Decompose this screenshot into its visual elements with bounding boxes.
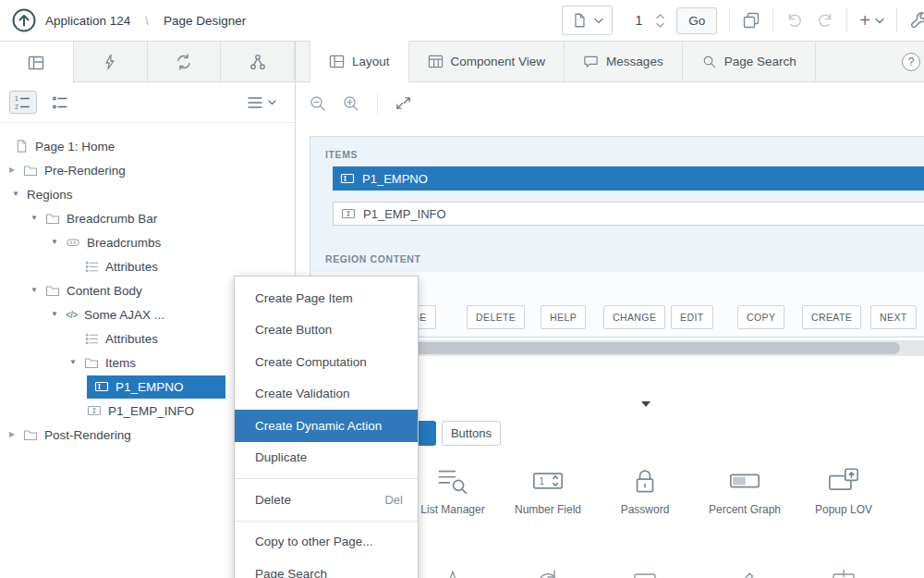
gallery-item-number-field[interactable]: 1 Number Field — [500, 465, 596, 516]
undo-icon[interactable] — [785, 11, 804, 30]
tree-group-button[interactable] — [46, 91, 74, 114]
folder-icon — [23, 428, 38, 441]
header-divider — [846, 8, 847, 32]
layout-grid-icon — [329, 54, 345, 69]
zoom-out-icon[interactable] — [309, 94, 327, 113]
menu-separator — [235, 521, 418, 522]
text-field-item-icon — [340, 171, 355, 186]
menu-item-create-button[interactable]: Create Button — [235, 314, 418, 347]
breadcrumb-separator: \ — [145, 14, 149, 28]
breadcrumb-app-label[interactable]: Application 124 — [45, 14, 130, 28]
gallery-icon-partial[interactable] — [631, 566, 659, 578]
chevron-expanded-icon[interactable]: ▼ — [30, 287, 39, 294]
shortcut-label: Del — [384, 493, 403, 507]
gallery-icon-partial[interactable] — [731, 566, 759, 578]
layout-button-delete[interactable]: DELETE — [467, 305, 525, 329]
gallery-item-list-manager[interactable]: List Manager — [405, 465, 501, 516]
chevron-expanded-icon[interactable]: ▼ — [30, 215, 39, 222]
text-field-item-icon — [94, 379, 109, 394]
gallery-item-password[interactable]: Password — [597, 465, 693, 516]
tree-item-regions[interactable]: ▼ Regions — [0, 182, 295, 206]
layout-button-copy[interactable]: COPY — [737, 305, 784, 329]
chevron-expanded-icon[interactable]: ▼ — [50, 239, 59, 246]
menu-item-create-validation[interactable]: Create Validation — [235, 378, 418, 411]
page-selector-button[interactable] — [562, 6, 613, 35]
tab-shared-components[interactable] — [221, 42, 295, 81]
code-icon: </> — [66, 310, 78, 320]
menu-item-create-page-item[interactable]: Create Page Item — [235, 282, 418, 314]
tree-toolbar: 12 — [0, 82, 295, 123]
items-section-label: ITEMS — [325, 149, 358, 160]
gallery-icon-partial[interactable] — [439, 566, 467, 578]
breadcrumbs-icon — [66, 236, 80, 249]
svg-text:2: 2 — [15, 104, 18, 110]
document-icon — [571, 12, 588, 29]
popup-lov-icon — [828, 465, 859, 497]
utilities-wrench-icon[interactable] — [909, 10, 924, 31]
tab-rendering[interactable] — [0, 42, 74, 83]
tab-messages[interactable]: Messages — [565, 41, 683, 81]
menu-item-create-dynamic-action[interactable]: Create Dynamic Action — [235, 410, 418, 442]
tab-component-view[interactable]: Component View — [409, 41, 565, 81]
tree-item-breadcrumb-bar[interactable]: ▼ Breadcrumb Bar — [0, 206, 295, 230]
page-number-spinner[interactable] — [656, 14, 664, 28]
create-menu-button[interactable]: + — [859, 11, 884, 30]
number-field-icon: 1 — [532, 465, 564, 497]
splitter-collapse-icon[interactable] — [641, 401, 650, 412]
zoom-in-icon[interactable] — [342, 94, 360, 113]
apex-logo-icon[interactable] — [11, 7, 37, 33]
menu-item-create-computation[interactable]: Create Computation — [235, 346, 418, 378]
tab-processing[interactable] — [148, 42, 222, 81]
region-content-label: REGION CONTENT — [325, 253, 420, 264]
redo-icon[interactable] — [816, 11, 834, 30]
layout-button-next[interactable]: NEXT — [870, 305, 917, 329]
layout-toolbar — [296, 82, 924, 124]
message-bubble-icon — [583, 54, 599, 69]
copy-page-icon[interactable] — [742, 11, 760, 30]
layout-button-change[interactable]: CHANGE — [603, 305, 665, 329]
tree-menu-button[interactable] — [248, 96, 286, 109]
tree-item-breadcrumbs[interactable]: ▼ Breadcrumbs — [0, 230, 295, 254]
gallery-icon-partial[interactable] — [830, 566, 857, 578]
menu-item-delete[interactable]: Delete Del — [235, 484, 418, 516]
header-toolbar: Go + — [562, 6, 924, 35]
tree-order-button[interactable]: 12 — [9, 91, 37, 114]
tab-page-search[interactable]: Page Search — [683, 41, 816, 81]
menu-separator — [235, 478, 418, 479]
menu-item-duplicate[interactable]: Duplicate — [235, 442, 418, 474]
header-divider — [896, 8, 897, 32]
chevron-expanded-icon[interactable]: ▼ — [50, 311, 59, 318]
help-icon[interactable]: ? — [902, 53, 920, 71]
tab-dynamic-actions[interactable] — [74, 42, 148, 81]
layout-button-help[interactable]: HELP — [541, 305, 586, 329]
chevron-expanded-icon[interactable]: ▼ — [68, 359, 78, 366]
center-tabbar: Layout Component View Messages Page Sear… — [296, 42, 924, 82]
page-number-input[interactable] — [625, 13, 652, 28]
page-designer-app: Application 124 \ Page Designer Go — [0, 0, 924, 578]
folder-icon — [23, 164, 38, 177]
tree-item-pre-rendering[interactable]: ▶ Pre-Rendering — [0, 158, 295, 182]
layout-button-edit[interactable]: EDIT — [671, 305, 713, 329]
tree-item-p1-empno-selected[interactable]: P1_EMPNO — [87, 375, 225, 399]
layout-item-p1-emp-info[interactable]: P1_EMP_INFO — [333, 202, 924, 226]
gallery-item-percent-graph[interactable]: Percent Graph — [697, 465, 793, 516]
expand-icon[interactable] — [395, 94, 412, 112]
shared-components-icon — [249, 53, 267, 71]
menu-item-copy-to-other-page[interactable]: Copy to other Page... — [235, 526, 418, 559]
processing-arrows-icon — [175, 53, 193, 71]
header-divider — [772, 8, 773, 32]
chevron-collapsed-icon[interactable]: ▶ — [7, 431, 17, 438]
gallery-tab-buttons[interactable]: Buttons — [442, 421, 501, 446]
gallery-item-popup-lov[interactable]: Popup LOV — [796, 465, 892, 516]
go-button[interactable]: Go — [676, 7, 717, 34]
tab-layout[interactable]: Layout — [310, 41, 409, 82]
svg-text:1: 1 — [15, 95, 18, 102]
tree-item-page-home[interactable]: Page 1: Home — [0, 134, 295, 158]
chevron-expanded-icon[interactable]: ▼ — [11, 191, 20, 198]
layout-button-create[interactable]: CREATE — [802, 305, 861, 329]
chevron-down-icon — [594, 18, 603, 24]
gallery-icon-partial[interactable] — [534, 566, 562, 578]
layout-item-p1-empno[interactable]: P1_EMPNO — [333, 166, 924, 191]
menu-item-page-search[interactable]: Page Search — [235, 558, 418, 578]
chevron-collapsed-icon[interactable]: ▶ — [7, 166, 17, 174]
